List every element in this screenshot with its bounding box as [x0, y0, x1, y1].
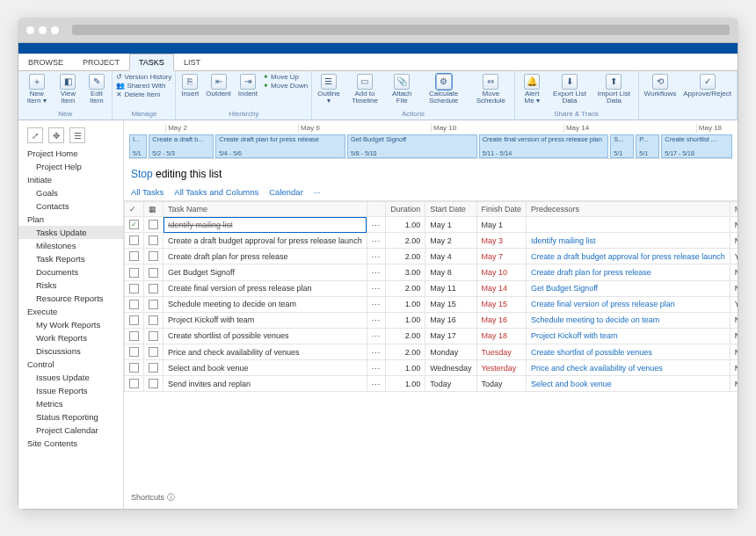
cell-predecessor[interactable]: Get Budget Signoff [527, 280, 731, 296]
cell-name[interactable]: Create a draft budget approval for press… [164, 233, 367, 249]
cell-start[interactable]: May 15 [425, 296, 476, 312]
cell-predecessor[interactable]: Create shortlist of possible venues [527, 344, 731, 360]
cell-milestone[interactable]: Yes [730, 296, 738, 312]
table-row[interactable]: Price and check availability of venues··… [125, 344, 738, 360]
cell-start[interactable]: May 8 [425, 264, 476, 280]
sb-move-icon[interactable]: ✥ [48, 127, 64, 143]
sidebar-item[interactable]: Initiate [18, 173, 123, 186]
calculate-schedule-button[interactable]: ⚙Calculate Schedule [419, 73, 468, 105]
cell-milestone[interactable]: No [730, 280, 738, 296]
table-row[interactable]: Create shortlist of possible venues···2.… [125, 328, 738, 344]
move-down-button[interactable]: ✦ Move Down [263, 82, 308, 90]
sb-full-icon[interactable]: ⤢ [27, 127, 43, 143]
sidebar-item[interactable]: My Work Reports [18, 318, 123, 331]
cell-milestone[interactable]: Yes [730, 249, 738, 264]
cell-milestone[interactable]: No [730, 312, 738, 328]
row-menu[interactable]: ··· [367, 296, 386, 312]
version-history-button[interactable]: ↺Version History [116, 73, 171, 81]
cell-duration[interactable]: 2.00 [386, 233, 425, 249]
move-up-button[interactable]: ✦ Move Up [263, 73, 308, 81]
cell-start[interactable]: May 17 [425, 328, 476, 344]
sidebar-item[interactable]: Metrics [18, 397, 123, 410]
insert-button[interactable]: ⎘Insert [179, 73, 200, 98]
timeline-bar[interactable]: Create draft plan for press release5/4 -… [215, 134, 345, 158]
cell-milestone[interactable]: No [730, 344, 738, 360]
row-menu[interactable]: ··· [367, 264, 386, 280]
timeline-bar[interactable]: Create a draft b...5/2 - 5/3 [149, 134, 214, 158]
sidebar-item[interactable]: Issue Reports [18, 384, 123, 397]
timeline[interactable]: May 2May 6May 10May 14May 18 I...5/1Crea… [129, 124, 732, 159]
cell-finish[interactable]: Today [476, 376, 527, 392]
cell-finish[interactable]: May 14 [476, 280, 527, 296]
row-checkbox[interactable] [129, 347, 139, 357]
cell-finish[interactable]: May 18 [476, 328, 527, 344]
cell-predecessor[interactable]: Schedule meeting to decide on team [527, 312, 731, 328]
outdent-button[interactable]: ⇤Outdent [204, 73, 232, 98]
cell-duration[interactable]: 1.00 [386, 296, 425, 312]
table-row[interactable]: Create final version of press release pl… [125, 280, 738, 296]
cell-name[interactable]: Create draft plan for press release [164, 249, 367, 264]
cell-duration[interactable]: 2.00 [386, 328, 425, 344]
delete-item-button[interactable]: ✕Delete Item [116, 91, 171, 98]
row-menu[interactable]: ··· [367, 328, 386, 344]
sidebar-item[interactable]: Project Home [18, 147, 123, 160]
row-menu[interactable]: ··· [367, 312, 386, 328]
cell-duration[interactable]: 1.00 [386, 360, 425, 376]
cell-duration[interactable]: 1.00 [386, 217, 425, 233]
row-menu[interactable]: ··· [367, 217, 386, 233]
sidebar-item[interactable]: Discussions [18, 344, 123, 358]
tab-list[interactable]: LIST [174, 54, 210, 70]
timeline-bar[interactable]: S...5/1 [610, 134, 634, 158]
shortcuts-link[interactable]: Shortcuts ⓘ [124, 487, 738, 509]
sidebar-item[interactable]: Site Contents [18, 437, 123, 450]
view-item-button[interactable]: ◧View Item [55, 73, 81, 105]
sb-list-icon[interactable]: ☰ [69, 127, 85, 143]
cell-predecessor[interactable]: Create draft plan for press release [527, 264, 731, 280]
table-row[interactable]: Project Kickoff with team···1.00May 16Ma… [125, 312, 738, 328]
new-item-button[interactable]: ＋New Item ▾ [22, 73, 51, 105]
cell-name[interactable]: Create final version of press release pl… [164, 280, 367, 296]
cell-start[interactable]: May 1 [425, 217, 476, 233]
col-check[interactable]: ✓ [125, 202, 144, 217]
cell-name[interactable]: Identify mailing list [164, 217, 367, 233]
row-checkbox[interactable] [129, 235, 139, 245]
row-checkbox[interactable] [129, 331, 139, 341]
alert-me-button[interactable]: 🔔Alert Me ▾ [519, 73, 546, 105]
add-timeline-button[interactable]: ▭Add to Timeline [345, 73, 385, 105]
timeline-bar[interactable]: Create shortlist ...5/17 - 5/18 [661, 134, 732, 158]
cell-finish[interactable]: May 10 [476, 264, 527, 280]
col-icon[interactable]: ▦ [144, 202, 164, 217]
sidebar-item[interactable]: Documents [18, 265, 123, 279]
tab-tasks[interactable]: TASKS [129, 54, 174, 71]
row-checkbox[interactable] [129, 363, 139, 373]
task-grid[interactable]: ✓ ▦ Task Name Duration Start Date Finish… [124, 201, 738, 487]
cell-name[interactable]: Get Budget Signoff [164, 264, 367, 280]
cell-predecessor[interactable]: Identify mailing list [527, 233, 731, 249]
cell-start[interactable]: May 4 [425, 249, 476, 264]
sidebar-item[interactable]: Goals [18, 186, 123, 199]
sidebar-item[interactable]: Resource Reports [18, 292, 123, 305]
timeline-bar[interactable]: Create final version of press release pl… [479, 134, 609, 158]
table-row[interactable]: Schedule meeting to decide on team···1.0… [125, 296, 738, 312]
timeline-bar[interactable]: I...5/1 [129, 134, 147, 158]
cell-duration[interactable]: 3.00 [386, 264, 425, 280]
table-row[interactable]: Get Budget Signoff···3.00May 8May 10Crea… [125, 264, 738, 280]
shared-with-button[interactable]: 👥Shared With [116, 82, 171, 90]
cell-start[interactable]: Today [425, 376, 476, 392]
cell-duration[interactable]: 2.00 [386, 344, 425, 360]
row-menu[interactable]: ··· [367, 360, 386, 376]
cell-predecessor[interactable]: Price and check availability of venues [527, 360, 731, 376]
col-name[interactable]: Task Name [164, 202, 367, 217]
col-finish[interactable]: Finish Date [476, 202, 527, 217]
cell-predecessor[interactable] [527, 217, 731, 233]
move-schedule-button[interactable]: ⇔Move Schedule [471, 73, 511, 105]
row-menu[interactable]: ··· [367, 376, 386, 392]
import-list-button[interactable]: ⬆Import List Data [593, 73, 634, 105]
workflows-button[interactable]: ⟲Workflows [643, 73, 679, 98]
cell-start[interactable]: Wednesday [425, 360, 476, 376]
cell-duration[interactable]: 2.00 [386, 249, 425, 264]
sidebar-item[interactable]: Plan [18, 213, 123, 226]
cell-name[interactable]: Send invites and replan [164, 376, 367, 392]
sidebar-item[interactable]: Issues Update [18, 371, 123, 384]
timeline-bar[interactable]: P...5/1 [636, 134, 659, 158]
